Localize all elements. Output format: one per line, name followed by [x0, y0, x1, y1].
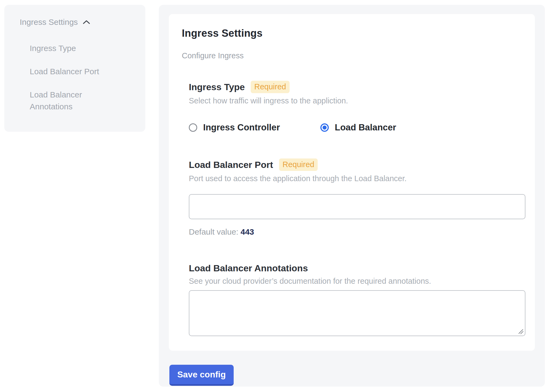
radio-option-ingress-controller[interactable]: Ingress Controller: [189, 122, 280, 133]
page-title: Ingress Settings: [182, 27, 525, 39]
load-balancer-port-title: Load Balancer Port: [189, 159, 273, 170]
radio-unselected-icon: [189, 123, 197, 132]
chevron-up-icon: [83, 20, 90, 25]
load-balancer-annotations-description: See your cloud provider’s documentation …: [189, 276, 525, 286]
sidebar-item-ingress-type[interactable]: Ingress Type: [30, 42, 119, 54]
required-badge: Required: [251, 81, 290, 93]
radio-label: Load Balancer: [335, 122, 396, 133]
radio-label: Ingress Controller: [203, 122, 280, 133]
sidebar-group-ingress-settings[interactable]: Ingress Settings: [20, 18, 145, 27]
section-load-balancer-port: Load Balancer Port Required Port used to…: [189, 158, 525, 236]
section-load-balancer-annotations: Load Balancer Annotations See your cloud…: [189, 263, 525, 336]
ingress-type-radio-group: Ingress Controller Load Balancer: [189, 122, 525, 133]
resize-handle-icon[interactable]: [517, 328, 524, 335]
ingress-type-title: Ingress Type: [189, 82, 245, 92]
sidebar-item-load-balancer-port[interactable]: Load Balancer Port: [30, 66, 119, 77]
load-balancer-port-input[interactable]: [189, 194, 525, 219]
load-balancer-annotations-textarea[interactable]: [189, 290, 525, 336]
settings-sidebar: Ingress Settings Ingress Type Load Balan…: [4, 5, 145, 132]
ingress-settings-card: Ingress Settings Configure Ingress Ingre…: [169, 14, 535, 351]
sidebar-item-list: Ingress Type Load Balancer Port Load Bal…: [30, 42, 145, 113]
radio-option-load-balancer[interactable]: Load Balancer: [320, 122, 396, 133]
default-value: 443: [240, 227, 254, 236]
required-badge: Required: [279, 158, 318, 171]
default-value-line: Default value:443: [189, 227, 525, 236]
save-config-button[interactable]: Save config: [169, 365, 234, 386]
load-balancer-port-description: Port used to access the application thro…: [189, 174, 525, 183]
default-value-label: Default value:: [189, 227, 238, 236]
page-subtitle: Configure Ingress: [182, 51, 525, 60]
main-panel: Ingress Settings Configure Ingress Ingre…: [159, 5, 545, 387]
sidebar-item-load-balancer-annotations[interactable]: Load Balancer Annotations: [30, 89, 119, 113]
load-balancer-annotations-title: Load Balancer Annotations: [189, 263, 308, 273]
sidebar-group-label: Ingress Settings: [20, 18, 78, 27]
ingress-type-description: Select how traffic will ingress to the a…: [189, 96, 525, 106]
radio-selected-icon: [320, 123, 329, 132]
section-ingress-type: Ingress Type Required Select how traffic…: [189, 81, 525, 133]
